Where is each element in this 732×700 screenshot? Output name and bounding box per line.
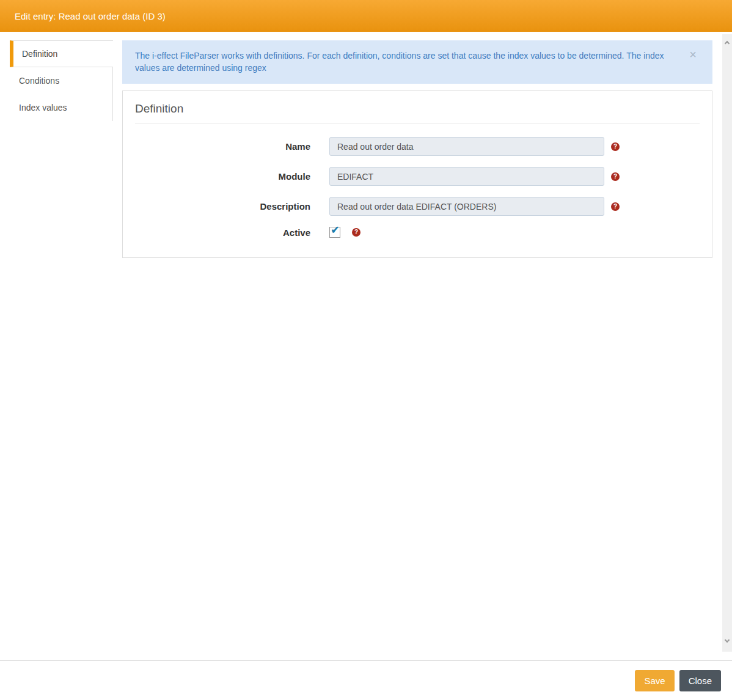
close-icon[interactable]: × [689,48,697,61]
dialog-footer: Save Close [0,660,732,700]
module-row: Module ? [135,167,700,186]
main-content: The i-effect FileParser works with defin… [122,32,712,258]
panel-title: Definition [135,102,700,116]
save-button[interactable]: Save [635,670,674,691]
info-alert-text: The i-effect FileParser works with defin… [135,51,664,73]
module-label: Module [135,171,310,182]
scroll-down-button[interactable] [722,638,732,649]
panel-divider [135,123,700,124]
tab-conditions[interactable]: Conditions [10,67,113,94]
description-input[interactable] [329,197,604,216]
definition-panel: Definition Name ? Module ? Description ?… [122,90,712,258]
help-icon[interactable]: ? [611,142,620,151]
scroll-up-button[interactable] [722,39,732,50]
tab-index-values[interactable]: Index values [10,94,113,121]
help-icon[interactable]: ? [352,228,361,237]
info-alert: The i-effect FileParser works with defin… [122,40,712,84]
sidebar-tab-list: Definition Conditions Index values [10,40,113,121]
chevron-up-icon [725,41,730,46]
name-input[interactable] [329,137,604,156]
check-icon: ✔ [331,223,340,236]
tab-definition[interactable]: Definition [10,40,113,67]
description-row: Description ? [135,197,700,216]
name-label: Name [135,141,310,152]
name-row: Name ? [135,137,700,156]
module-input[interactable] [329,167,604,186]
active-label: Active [135,227,310,238]
active-checkbox[interactable]: ✔ [329,227,340,238]
vertical-scrollbar[interactable] [722,34,732,652]
window-title: Edit entry: Read out order data (ID 3) [15,11,166,21]
description-label: Description [135,201,310,212]
help-icon[interactable]: ? [611,172,620,181]
help-icon[interactable]: ? [611,202,620,211]
window-titlebar: Edit entry: Read out order data (ID 3) [0,0,732,32]
close-button[interactable]: Close [679,670,721,691]
active-row: Active ✔ ? [135,227,700,238]
chevron-down-icon [725,638,730,643]
dialog-body: Definition Conditions Index values The i… [0,32,732,660]
